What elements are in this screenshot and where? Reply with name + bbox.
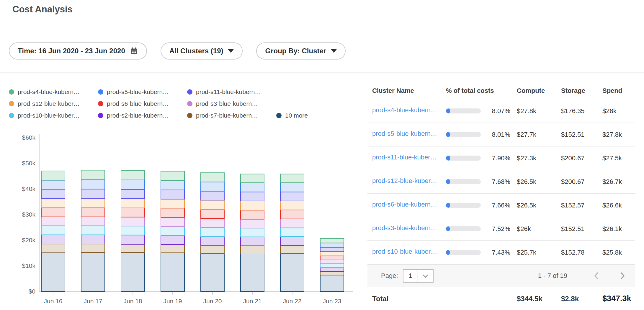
cluster-name-link[interactable]: prod-s4-blue-kubern… bbox=[372, 106, 437, 114]
bar-segment-prod-s11-blue-kubern[interactable] bbox=[201, 191, 224, 200]
bar-segment-prod-s10-blue-kuber[interactable] bbox=[121, 226, 145, 235]
bar-segment-prod-s10-blue-kuber[interactable] bbox=[161, 226, 184, 235]
bar-segment-prod-s4-blue-kubern[interactable] bbox=[41, 171, 65, 180]
bar-segment-prod-s6-blue-kubern[interactable] bbox=[81, 208, 105, 217]
bar-segment-prod-s2-blue-kubern[interactable] bbox=[161, 235, 184, 244]
next-page-button[interactable] bbox=[619, 271, 626, 280]
cluster-filter-dropdown[interactable]: All Clusters (19) bbox=[161, 42, 243, 60]
bar-segment-prod-s3-blue-kubern[interactable] bbox=[241, 219, 264, 228]
previous-page-button[interactable] bbox=[593, 271, 600, 280]
bar-segment-prod-s2-blue-kubern[interactable] bbox=[201, 236, 224, 245]
bar-segment-prod-s12-blue-kuber[interactable] bbox=[121, 199, 145, 208]
bar-segment-prod-s6-blue-kubern[interactable] bbox=[241, 210, 264, 219]
bar-segment-10-more[interactable] bbox=[161, 253, 184, 291]
bar-segment-prod-s5-blue-kubern[interactable] bbox=[161, 180, 184, 190]
bar-segment-10-more[interactable] bbox=[280, 253, 304, 291]
bar-segment-prod-s5-blue-kubern[interactable] bbox=[81, 180, 105, 189]
bar-segment-prod-s3-blue-kubern[interactable] bbox=[320, 260, 344, 264]
cluster-name-link[interactable]: prod-s5-blue-kubern… bbox=[372, 130, 437, 138]
time-range-button[interactable]: Time: 16 Jun 2020 - 23 Jun 2020 bbox=[9, 42, 147, 60]
bar-segment-prod-s3-blue-kubern[interactable] bbox=[201, 218, 224, 227]
bar-segment-10-more[interactable] bbox=[121, 253, 145, 291]
bar-segment-prod-s12-blue-kuber[interactable] bbox=[241, 201, 264, 210]
bar-segment-prod-s4-blue-kubern[interactable] bbox=[241, 174, 264, 183]
bar-segment-prod-s12-blue-kuber[interactable] bbox=[81, 198, 105, 207]
bar-segment-prod-s11-blue-kubern[interactable] bbox=[81, 189, 105, 198]
bar-segment-prod-s10-blue-kuber[interactable] bbox=[81, 226, 105, 235]
legend-item-10-more[interactable]: 10 more bbox=[276, 112, 308, 119]
legend-item-prod-s2-blue-kubern[interactable]: prod-s2-blue-kubern… bbox=[98, 112, 187, 119]
bar-segment-prod-s10-blue-kuber[interactable] bbox=[201, 227, 224, 236]
bar-segment-prod-s10-blue-kuber[interactable] bbox=[280, 228, 304, 237]
legend-item-prod-s10-blue-kuber[interactable]: prod-s10-blue-kuber… bbox=[9, 112, 98, 119]
bar-segment-prod-s10-blue-kuber[interactable] bbox=[41, 226, 65, 235]
bar-segment-prod-s6-blue-kubern[interactable] bbox=[121, 208, 145, 217]
bar-segment-prod-s3-blue-kubern[interactable] bbox=[41, 217, 65, 226]
bar-segment-prod-s10-blue-kuber[interactable] bbox=[241, 228, 264, 237]
bar-segment-prod-s4-blue-kubern[interactable] bbox=[280, 174, 304, 183]
bar-segment-prod-s5-blue-kubern[interactable] bbox=[280, 183, 304, 192]
bar-segment-prod-s7-blue-kubern[interactable] bbox=[121, 244, 145, 253]
bar-segment-prod-s11-blue-kubern[interactable] bbox=[241, 192, 264, 201]
bar-segment-prod-s11-blue-kubern[interactable] bbox=[161, 190, 184, 199]
bar-segment-prod-s6-blue-kubern[interactable] bbox=[161, 208, 184, 217]
bar-segment-prod-s6-blue-kubern[interactable] bbox=[41, 208, 65, 217]
cluster-name-link[interactable]: prod-s12-blue-kuber… bbox=[372, 177, 437, 185]
bar-segment-prod-s5-blue-kubern[interactable] bbox=[201, 182, 224, 191]
bar-segment-prod-s7-blue-kubern[interactable] bbox=[81, 244, 105, 253]
bar-segment-prod-s3-blue-kubern[interactable] bbox=[161, 217, 184, 226]
bar-segment-prod-s5-blue-kubern[interactable] bbox=[241, 183, 264, 192]
bar-segment-prod-s2-blue-kubern[interactable] bbox=[41, 235, 65, 244]
bar-segment-prod-s2-blue-kubern[interactable] bbox=[241, 237, 264, 246]
bar-segment-prod-s2-blue-kubern[interactable] bbox=[81, 235, 105, 244]
cluster-name-link[interactable]: prod-s3-blue-kubern… bbox=[372, 224, 437, 232]
bar-segment-prod-s12-blue-kuber[interactable] bbox=[161, 199, 184, 208]
bar-segment-prod-s10-blue-kuber[interactable] bbox=[320, 264, 344, 268]
bar-segment-prod-s6-blue-kubern[interactable] bbox=[280, 210, 304, 219]
legend-item-prod-s7-blue-kubern[interactable]: prod-s7-blue-kubern… bbox=[187, 112, 276, 119]
bar-segment-prod-s7-blue-kubern[interactable] bbox=[241, 246, 264, 254]
bar-segment-prod-s5-blue-kubern[interactable] bbox=[41, 180, 65, 189]
legend-item-prod-s11-blue-kubern[interactable]: prod-s11-blue-kubern… bbox=[187, 88, 261, 95]
bar-segment-prod-s12-blue-kuber[interactable] bbox=[41, 199, 65, 207]
bar-segment-prod-s6-blue-kubern[interactable] bbox=[320, 256, 344, 260]
cluster-name-link[interactable]: prod-s11-blue-kuber… bbox=[372, 154, 437, 161]
bar-segment-prod-s12-blue-kuber[interactable] bbox=[201, 200, 224, 209]
bar-segment-prod-s2-blue-kubern[interactable] bbox=[121, 235, 145, 244]
legend-item-prod-s4-blue-kubern[interactable]: prod-s4-blue-kubern… bbox=[9, 88, 98, 95]
bar-segment-prod-s11-blue-kubern[interactable] bbox=[121, 189, 145, 199]
bar-segment-prod-s7-blue-kubern[interactable] bbox=[201, 245, 224, 253]
legend-item-prod-s3-blue-kubern[interactable]: prod-s3-blue-kubern… bbox=[187, 100, 258, 107]
bar-segment-prod-s2-blue-kubern[interactable] bbox=[280, 237, 304, 245]
group-by-dropdown[interactable]: Group By: Cluster bbox=[256, 42, 346, 60]
cluster-name-link[interactable]: prod-s10-blue-kuber… bbox=[372, 248, 437, 255]
bar-segment-prod-s5-blue-kubern[interactable] bbox=[121, 180, 145, 189]
bar-segment-prod-s11-blue-kubern[interactable] bbox=[280, 192, 304, 201]
bar-segment-prod-s3-blue-kubern[interactable] bbox=[81, 217, 105, 226]
bar-segment-prod-s4-blue-kubern[interactable] bbox=[320, 238, 344, 243]
bar-segment-prod-s3-blue-kubern[interactable] bbox=[280, 219, 304, 228]
bar-segment-prod-s7-blue-kubern[interactable] bbox=[41, 244, 65, 252]
bar-segment-prod-s3-blue-kubern[interactable] bbox=[121, 217, 145, 226]
bar-segment-10-more[interactable] bbox=[320, 275, 344, 291]
bar-segment-prod-s11-blue-kubern[interactable] bbox=[320, 247, 344, 252]
bar-segment-10-more[interactable] bbox=[201, 253, 224, 291]
bar-segment-prod-s7-blue-kubern[interactable] bbox=[320, 271, 344, 275]
bar-segment-prod-s4-blue-kubern[interactable] bbox=[81, 170, 105, 179]
bar-segment-prod-s7-blue-kubern[interactable] bbox=[161, 245, 184, 253]
bar-segment-10-more[interactable] bbox=[41, 252, 65, 291]
bar-segment-prod-s7-blue-kubern[interactable] bbox=[280, 245, 304, 253]
bar-segment-10-more[interactable] bbox=[81, 253, 105, 291]
bar-segment-10-more[interactable] bbox=[241, 254, 264, 291]
legend-item-prod-s5-blue-kubern[interactable]: prod-s5-blue-kubern… bbox=[98, 88, 187, 95]
legend-item-prod-s6-blue-kubern[interactable]: prod-s6-blue-kubern… bbox=[98, 100, 187, 107]
bar-segment-prod-s5-blue-kubern[interactable] bbox=[320, 243, 344, 248]
cluster-name-link[interactable]: prod-s6-blue-kubern… bbox=[372, 201, 437, 208]
bar-segment-prod-s2-blue-kubern[interactable] bbox=[320, 268, 344, 271]
bar-segment-prod-s12-blue-kuber[interactable] bbox=[320, 252, 344, 256]
legend-item-prod-s12-blue-kuber[interactable]: prod-s12-blue-kuber… bbox=[9, 100, 98, 107]
bar-segment-prod-s12-blue-kuber[interactable] bbox=[280, 201, 304, 210]
bar-segment-prod-s11-blue-kubern[interactable] bbox=[41, 190, 65, 199]
bar-segment-prod-s4-blue-kubern[interactable] bbox=[121, 170, 145, 180]
page-select[interactable]: 1 bbox=[403, 269, 434, 283]
